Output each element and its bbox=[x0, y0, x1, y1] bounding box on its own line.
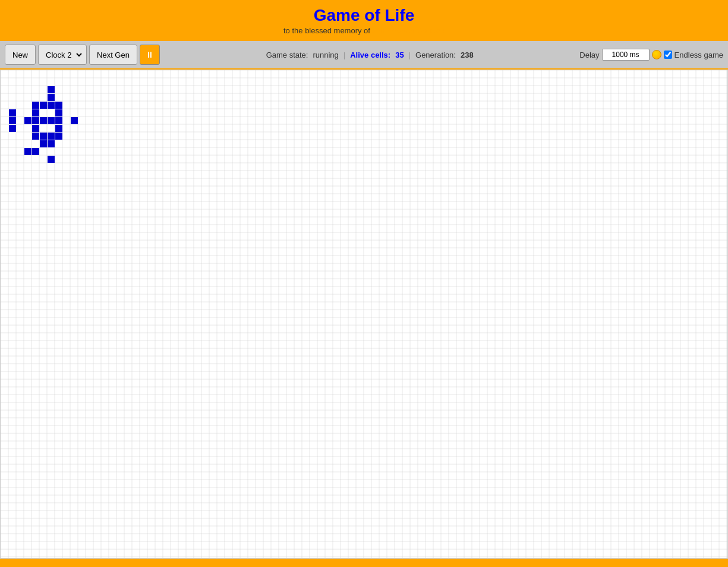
status-area: Game state: running | Alive cells: 35 | … bbox=[162, 51, 577, 59]
generation-label: Generation: bbox=[415, 51, 456, 59]
endless-area: Endless game bbox=[664, 51, 723, 59]
separator-1: | bbox=[343, 51, 345, 59]
conway-link[interactable]: John Horton Conway bbox=[373, 26, 445, 35]
subtitle-text: to the blessed memory of bbox=[283, 26, 373, 35]
page-title: Game of Life bbox=[0, 6, 728, 25]
delay-label: Delay bbox=[579, 51, 599, 59]
pause-icon: ⏸ bbox=[146, 50, 154, 59]
separator-2: | bbox=[409, 51, 411, 59]
clock-select[interactable]: Clock 1Clock 2Clock 3Clock 4 bbox=[41, 50, 84, 60]
game-state-label: Game state: bbox=[266, 51, 308, 59]
new-button[interactable]: New bbox=[5, 45, 36, 65]
delay-area: Delay bbox=[579, 49, 661, 61]
pause-button[interactable]: ⏸ bbox=[140, 45, 160, 65]
bottom-bar bbox=[0, 559, 728, 567]
alive-cells-value: 35 bbox=[395, 51, 404, 59]
alive-cells-label: Alive cells: bbox=[350, 51, 390, 59]
delay-indicator bbox=[652, 50, 661, 59]
endless-checkbox[interactable] bbox=[664, 51, 672, 59]
game-grid-canvas[interactable] bbox=[1, 70, 727, 558]
title-highlight: Life bbox=[385, 6, 415, 24]
subtitle: to the blessed memory of John Horton Con… bbox=[0, 26, 728, 35]
toolbar: New Clock 1Clock 2Clock 3Clock 4 Next Ge… bbox=[0, 40, 728, 70]
game-state-value: running bbox=[313, 51, 338, 59]
endless-label: Endless game bbox=[675, 51, 723, 59]
delay-input[interactable] bbox=[602, 49, 650, 61]
clock-select-wrapper: Clock 1Clock 2Clock 3Clock 4 bbox=[38, 45, 87, 65]
next-gen-button[interactable]: Next Gen bbox=[89, 45, 137, 65]
game-grid-container[interactable] bbox=[0, 70, 728, 559]
title-prefix: Game of bbox=[314, 6, 385, 24]
header: Game of Life to the blessed memory of Jo… bbox=[0, 0, 728, 40]
generation-value: 238 bbox=[461, 51, 474, 59]
